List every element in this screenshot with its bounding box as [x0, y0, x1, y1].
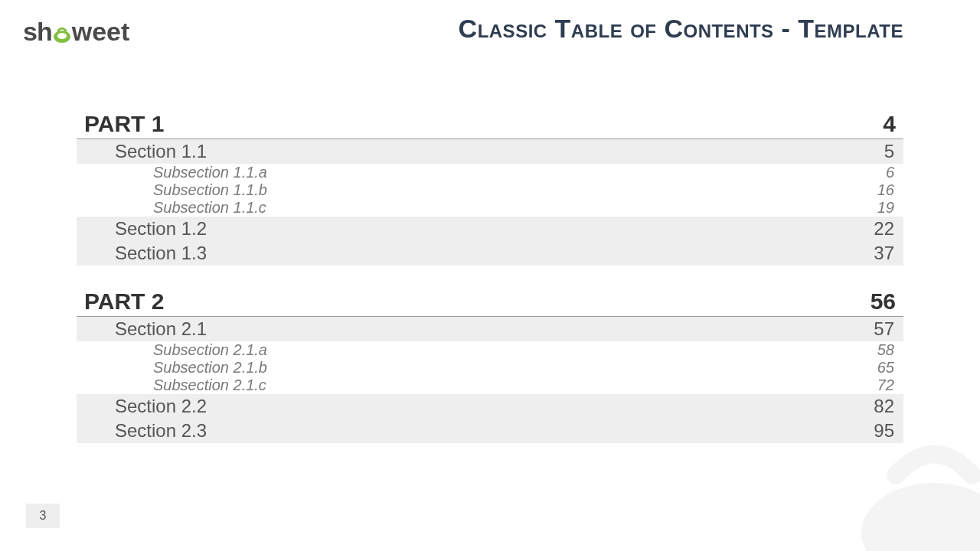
toc-part: PART 2 56 Section 2.1 57 Subsection 2.1.… — [77, 289, 903, 443]
page-number-value: 3 — [40, 509, 47, 523]
logo-post: weet — [72, 17, 130, 47]
toc-section-title: Section 1.3 — [115, 243, 207, 264]
toc-subsection-title: Subsection 1.1.c — [153, 199, 266, 217]
toc-part-page: 56 — [871, 289, 896, 315]
toc-section-row: Section 1.3 37 — [77, 241, 903, 266]
svg-point-2 — [861, 483, 980, 551]
toc-subsection-title: Subsection 2.1.a — [153, 341, 267, 359]
toc-section-page: 5 — [884, 141, 894, 162]
title-block: Classic Table of Contents - Template — [459, 14, 903, 44]
toc-subsection-page: 58 — [877, 341, 894, 359]
toc-subsection-page: 16 — [877, 181, 894, 199]
toc-part-row: PART 1 4 — [77, 111, 903, 139]
toc-section-page: 57 — [874, 318, 894, 340]
logo-leaf-icon — [52, 17, 72, 47]
toc-section-page: 22 — [874, 218, 894, 240]
toc-section-title: Section 2.3 — [115, 420, 207, 442]
toc-section-row: Section 2.2 82 — [77, 394, 903, 419]
toc-subsection-page: 6 — [886, 164, 894, 181]
toc-part: PART 1 4 Section 1.1 5 Subsection 1.1.a … — [77, 111, 903, 266]
toc-section-row: Section 1.1 5 — [77, 139, 903, 164]
toc-subsection-row: Subsection 1.1.a 6 — [77, 164, 903, 181]
toc-subsection-row: Subsection 1.1.b 16 — [77, 181, 903, 199]
toc-subsection-row: Subsection 2.1.b 65 — [77, 359, 903, 377]
toc-section-title: Section 1.1 — [115, 141, 207, 162]
table-of-contents: PART 1 4 Section 1.1 5 Subsection 1.1.a … — [77, 111, 903, 443]
toc-subsection-row: Subsection 2.1.c 72 — [77, 377, 903, 394]
toc-subsection-row: Subsection 1.1.c 19 — [77, 199, 903, 217]
toc-subsection-title: Subsection 1.1.b — [153, 181, 267, 199]
svg-point-1 — [57, 33, 67, 39]
toc-section-title: Section 2.1 — [115, 318, 207, 340]
slide: sh weet Classic Table of Contents - Temp… — [0, 0, 980, 551]
toc-section-title: Section 1.2 — [115, 218, 207, 240]
toc-section-page: 37 — [874, 243, 894, 264]
toc-part-title: PART 2 — [84, 289, 164, 315]
toc-subsection-title: Subsection 2.1.b — [153, 359, 267, 377]
toc-subsection-row: Subsection 2.1.a 58 — [77, 341, 903, 359]
logo-text: sh weet — [23, 17, 129, 47]
toc-section-row: Section 1.2 22 — [77, 217, 903, 241]
toc-subsection-page: 65 — [877, 359, 894, 377]
toc-part-row: PART 2 56 — [77, 289, 903, 317]
logo-pre: sh — [23, 17, 52, 47]
toc-subsection-page: 19 — [877, 199, 894, 217]
toc-section-title: Section 2.2 — [115, 396, 207, 417]
toc-subsection-title: Subsection 2.1.c — [153, 377, 266, 394]
toc-part-title: PART 1 — [84, 111, 164, 137]
toc-subsection-page: 72 — [877, 377, 894, 394]
watermark-icon — [850, 433, 980, 551]
page-number: 3 — [26, 504, 60, 528]
logo: sh weet — [23, 17, 129, 47]
toc-subsection-title: Subsection 1.1.a — [153, 164, 267, 181]
toc-part-page: 4 — [883, 111, 896, 137]
toc-section-row: Section 2.1 57 — [77, 317, 903, 341]
toc-section-page: 82 — [874, 396, 894, 417]
page-title: Classic Table of Contents - Template — [459, 14, 903, 44]
toc-section-row: Section 2.3 95 — [77, 419, 903, 443]
